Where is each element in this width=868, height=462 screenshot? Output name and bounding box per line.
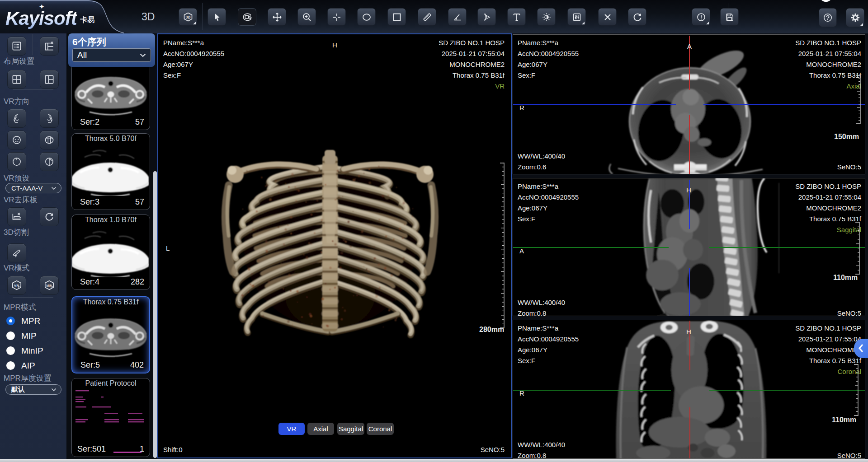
svg-text:3D: 3D — [185, 15, 190, 19]
